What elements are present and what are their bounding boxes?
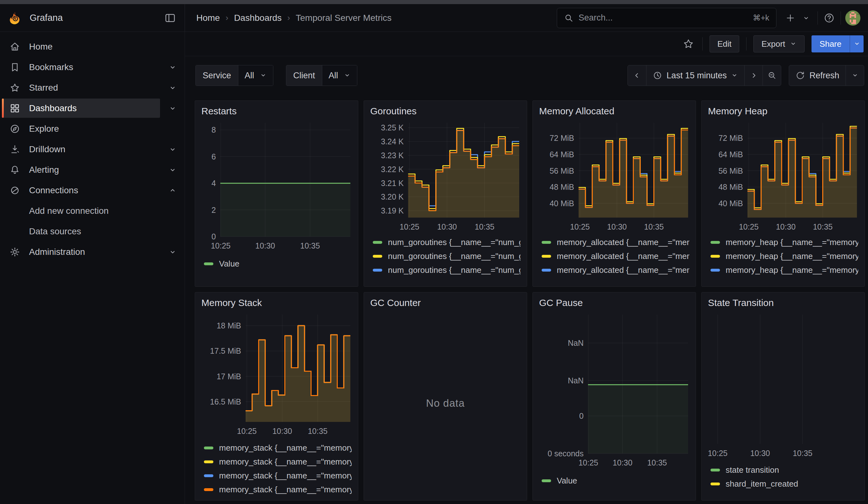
- sidebar-item-label: Connections: [29, 185, 166, 195]
- share-caret-button[interactable]: [850, 35, 864, 52]
- legend-label: memory_stack {__name__="memory_s: [219, 485, 352, 495]
- legend-item[interactable]: memory_allocated {__name__="memo: [541, 263, 689, 277]
- chart-canvas[interactable]: 18 MiB17.5 MiB17 MiB16.5 MiB10:2510:3010…: [202, 311, 352, 438]
- chart-canvas[interactable]: NaNNaN00 seconds10:2510:3010:35: [539, 311, 689, 469]
- time-shift-forward-button[interactable]: [744, 65, 763, 85]
- add-new-icon[interactable]: [783, 11, 797, 25]
- clock-icon: [653, 71, 662, 80]
- chart-canvas[interactable]: 8642010:2510:3010:35: [202, 120, 352, 252]
- legend-item[interactable]: memory_allocated {__name__="memo: [541, 277, 689, 281]
- legend-color-dash: [711, 469, 720, 472]
- refresh-button[interactable]: Refresh: [789, 65, 846, 85]
- sidebar-item-administration[interactable]: Administration: [0, 241, 185, 262]
- svg-text:2: 2: [211, 206, 216, 214]
- legend-item[interactable]: num_goroutines {__name__="num_go: [373, 263, 520, 277]
- svg-text:10:25: 10:25: [708, 449, 727, 457]
- service-variable-select[interactable]: All: [238, 65, 273, 85]
- chart-canvas[interactable]: 10:2510:3010:35: [708, 311, 858, 460]
- legend-item[interactable]: memory_stack {__name__="memory_s: [204, 441, 352, 455]
- svg-text:0: 0: [579, 411, 583, 420]
- panel-title[interactable]: Goroutines: [370, 106, 520, 120]
- chevron-down-icon[interactable]: [166, 248, 179, 256]
- legend-item[interactable]: memory_heap {__name__="memory_h: [711, 263, 858, 277]
- search-input[interactable]: [579, 13, 748, 23]
- panel-title[interactable]: Memory Stack: [202, 298, 352, 311]
- refresh-interval-caret[interactable]: [846, 65, 864, 85]
- legend-item[interactable]: memory_stack {__name__="memory_s: [204, 455, 352, 469]
- search-box[interactable]: ⌘+k: [557, 8, 776, 28]
- sidebar-item-explore[interactable]: Explore: [0, 119, 185, 139]
- export-button[interactable]: Export: [753, 35, 804, 52]
- svg-text:10:25: 10:25: [211, 241, 231, 250]
- panel-title[interactable]: Restarts: [202, 106, 352, 120]
- sidebar-item-dashboards[interactable]: Dashboards: [0, 98, 185, 119]
- panel-legend: state transitionshard_item_created: [708, 460, 858, 493]
- dock-menu-icon[interactable]: [164, 12, 176, 24]
- panel-title[interactable]: Memory Heap: [708, 106, 858, 120]
- legend-color-dash: [711, 241, 720, 244]
- sidebar-item-home[interactable]: Home: [0, 36, 185, 57]
- chevron-down-icon[interactable]: [166, 146, 179, 153]
- legend-item[interactable]: memory_heap {__name__="memory_h: [711, 277, 858, 281]
- favorite-star-icon[interactable]: [681, 37, 695, 51]
- sidebar-item-connections[interactable]: Connections: [0, 180, 185, 200]
- sidebar-item-bookmarks[interactable]: Bookmarks: [0, 57, 185, 78]
- chevron-down-icon[interactable]: [166, 84, 179, 92]
- share-button[interactable]: Share: [812, 35, 850, 52]
- legend-item[interactable]: Value: [204, 257, 352, 271]
- client-variable-select[interactable]: All: [322, 65, 357, 85]
- gear-icon: [9, 247, 21, 257]
- sidebar-item-data-sources[interactable]: Data sources: [0, 221, 185, 241]
- legend-item[interactable]: memory_heap {__name__="memory_h: [711, 249, 858, 263]
- legend-item[interactable]: num_goroutines {__name__="num_go: [373, 235, 520, 249]
- chevron-down-icon[interactable]: [166, 63, 179, 71]
- panel-title[interactable]: GC Counter: [370, 298, 520, 311]
- sidebar-item-drilldown[interactable]: Drilldown: [0, 139, 185, 160]
- chart-canvas[interactable]: 72 MiB64 MiB56 MiB48 MiB40 MiB10:2510:30…: [708, 120, 858, 233]
- panel-title[interactable]: GC Pause: [539, 298, 689, 311]
- chevron-up-icon[interactable]: [166, 187, 179, 194]
- time-shift-back-button[interactable]: [628, 65, 646, 85]
- breadcrumb-home[interactable]: Home: [196, 13, 220, 23]
- chevron-down-icon[interactable]: [166, 166, 179, 174]
- edit-button[interactable]: Edit: [710, 35, 740, 52]
- window-strip: [0, 0, 868, 4]
- legend-color-dash: [711, 269, 720, 271]
- chart-canvas[interactable]: 72 MiB64 MiB56 MiB48 MiB40 MiB10:2510:30…: [539, 120, 689, 233]
- legend-color-dash: [373, 241, 382, 244]
- legend-label: memory_stack {__name__="memory_s: [219, 443, 352, 453]
- zoom-out-time-button[interactable]: [763, 65, 781, 85]
- legend-item[interactable]: num_goroutines {__name__="num_go: [373, 277, 520, 281]
- legend-item[interactable]: Value: [541, 474, 689, 487]
- panel-memory-heap: Memory Heap 72 MiB64 MiB56 MiB48 MiB40 M…: [701, 101, 865, 287]
- chart-canvas[interactable]: 3.25 K3.24 K3.23 K3.22 K3.21 K3.20 K3.19…: [370, 120, 520, 233]
- client-variable-value: All: [329, 71, 338, 81]
- grafana-logo-icon[interactable]: [8, 11, 21, 25]
- legend-label: num_goroutines {__name__="num_go: [388, 251, 520, 261]
- panel-title[interactable]: State Transition: [708, 298, 858, 311]
- time-range-picker[interactable]: Last 15 minutes: [646, 65, 745, 85]
- home-icon: [9, 41, 21, 52]
- sidebar-item-starred[interactable]: Starred: [0, 78, 185, 98]
- legend-item[interactable]: num_goroutines {__name__="num_go: [373, 249, 520, 263]
- help-icon[interactable]: [822, 11, 836, 25]
- legend-item[interactable]: state transition: [711, 463, 858, 477]
- add-new-caret-icon[interactable]: [799, 11, 813, 25]
- time-range-label: Last 15 minutes: [666, 71, 727, 81]
- chevron-down-icon[interactable]: [166, 104, 179, 112]
- breadcrumb-dashboards[interactable]: Dashboards: [234, 13, 281, 23]
- legend-item[interactable]: memory_allocated {__name__="memo: [541, 249, 689, 263]
- legend-item[interactable]: memory_allocated {__name__="memo: [541, 235, 689, 249]
- svg-text:10:35: 10:35: [793, 449, 813, 457]
- sidebar-item-alerting[interactable]: Alerting: [0, 160, 185, 180]
- svg-text:10:25: 10:25: [237, 426, 257, 435]
- legend-item[interactable]: shard_item_created: [711, 477, 858, 491]
- legend-item[interactable]: memory_stack {__name__="memory_s: [204, 483, 352, 496]
- panel-title[interactable]: Memory Allocated: [539, 106, 689, 120]
- legend-item[interactable]: memory_stack {__name__="memory_s: [204, 469, 352, 483]
- panel-memory-allocated: Memory Allocated 72 MiB64 MiB56 MiB48 Mi…: [533, 101, 696, 287]
- legend-item[interactable]: memory_heap {__name__="memory_h: [711, 235, 858, 249]
- panel-legend: Value: [539, 469, 689, 490]
- user-avatar[interactable]: [845, 10, 860, 25]
- sidebar-item-add-new-connection[interactable]: Add new connection: [0, 200, 185, 221]
